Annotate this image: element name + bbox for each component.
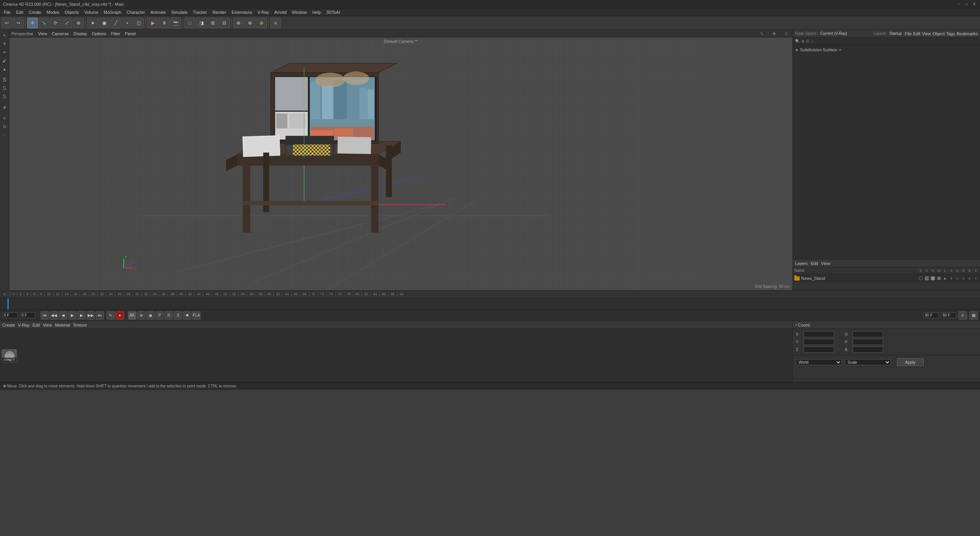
input-y[interactable]	[804, 339, 834, 345]
toolbar-view3[interactable]: ⊞	[207, 18, 218, 28]
toolbar-snap3[interactable]: ⊕	[256, 18, 267, 28]
menu-help[interactable]: Help	[310, 9, 323, 15]
node-editor-menu-tags[interactable]: Tags	[946, 31, 955, 36]
mat-menu-edit[interactable]: Edit	[33, 323, 40, 327]
transport-key-scl[interactable]: S	[174, 311, 182, 320]
layers-menu-view[interactable]: View	[821, 261, 830, 266]
layer-icon-x[interactable]: ✕	[973, 276, 978, 281]
node-editor-search-toggle[interactable]: ⊕	[801, 39, 804, 43]
input-b[interactable]	[853, 346, 883, 353]
apply-button[interactable]: Apply	[897, 358, 924, 366]
node-editor-bookmark-icon[interactable]: ☆	[811, 39, 814, 43]
material-thumb-scrap[interactable]: Scrap_4	[2, 349, 17, 362]
menu-vray[interactable]: V-Ray	[255, 9, 271, 15]
toolbar-redo[interactable]: ↪	[13, 18, 24, 28]
menu-file[interactable]: File	[2, 9, 13, 15]
tool-s3[interactable]: S	[1, 93, 8, 100]
menu-tracker[interactable]: Tracker	[191, 9, 209, 15]
node-editor-view-toggle[interactable]: ☰	[806, 39, 809, 43]
toolbar-render[interactable]: ▶	[147, 18, 158, 28]
toolbar-move[interactable]: ✛	[27, 18, 38, 28]
menu-window[interactable]: Window	[290, 9, 309, 15]
toolbar-transform[interactable]: ⤢	[62, 18, 72, 28]
menu-simulate[interactable]: Simulate	[169, 9, 190, 15]
menu-extensions[interactable]: Extensions	[229, 9, 255, 15]
layer-icon-d[interactable]: D	[961, 276, 966, 281]
transport-goto-end[interactable]: ⏭	[96, 311, 104, 320]
timeline-track[interactable]	[0, 298, 980, 309]
input-z[interactable]	[804, 346, 834, 353]
transport-extra-btn1[interactable]: ≡	[959, 311, 967, 320]
attr-mode-coord[interactable]: Coord.	[798, 323, 811, 327]
layer-icon-m[interactable]	[936, 276, 942, 281]
mat-menu-create[interactable]: Create	[2, 323, 15, 327]
toolbar-extra1[interactable]: ≡	[270, 18, 281, 28]
transport-next-key[interactable]: ▶▶	[87, 311, 95, 320]
viewport-maximize[interactable]: ⤡	[758, 30, 766, 38]
minimize-btn[interactable]: ─	[956, 2, 962, 7]
node-space-value[interactable]: Current (V-Ray)	[820, 31, 847, 36]
toolbar-mode5[interactable]: ⊕	[73, 18, 84, 28]
close-btn[interactable]: ✕	[972, 2, 977, 7]
viewport-menu-panel[interactable]: Panel	[125, 31, 136, 36]
menu-3dtai[interactable]: 3DToAI	[324, 9, 342, 15]
transport-loop[interactable]: ↻	[106, 311, 115, 320]
transport-play[interactable]: ▶	[68, 311, 77, 320]
menu-mograph[interactable]: MoGraph	[101, 9, 124, 15]
current-frame-input2[interactable]	[20, 312, 35, 318]
layer-icon-v[interactable]	[924, 276, 929, 281]
toolbar-edge-mode[interactable]: ╱	[110, 18, 121, 28]
toolbar-snap1[interactable]: ⊕	[233, 18, 244, 28]
transport-key-pla[interactable]: PLA	[192, 311, 201, 320]
node-editor-menu-edit[interactable]: Edit	[913, 31, 920, 36]
world-dropdown[interactable]: World	[796, 359, 842, 365]
layers-menu-layers[interactable]: Layers	[795, 261, 808, 266]
viewport-menu-display[interactable]: Display	[74, 31, 87, 36]
toolbar-view4[interactable]: ⊟	[219, 18, 230, 28]
toolbar-render-view[interactable]: 📷	[170, 18, 181, 28]
menu-character[interactable]: Character	[124, 9, 147, 15]
transport-record[interactable]: ●	[116, 311, 124, 320]
input-x[interactable]	[804, 331, 834, 337]
viewport-menu-options[interactable]: Options	[92, 31, 106, 36]
mat-menu-material[interactable]: Material	[55, 323, 70, 327]
transport-extra-btn2[interactable]: ▦	[969, 311, 978, 320]
transport-key-all[interactable]: ⊕	[137, 311, 145, 320]
mat-menu-view[interactable]: View	[43, 323, 52, 327]
transport-key-sel[interactable]: ◉	[146, 311, 155, 320]
tool-paint[interactable]: 🖌	[1, 57, 8, 64]
transport-key-rot[interactable]: R	[165, 311, 173, 320]
viewport-btn3[interactable]: □	[782, 30, 790, 38]
mat-menu-texture[interactable]: Texture	[73, 323, 87, 327]
input-p[interactable]	[853, 339, 883, 345]
viewport-menu-view[interactable]: View	[38, 31, 47, 36]
layer-icon-s[interactable]	[918, 276, 923, 281]
playhead[interactable]	[8, 298, 8, 309]
current-frame-input[interactable]	[2, 312, 18, 318]
tool-s2[interactable]: S	[1, 84, 8, 92]
toolbar-snap2[interactable]: ⊗	[245, 18, 255, 28]
layer-icon-e[interactable]: E	[967, 276, 972, 281]
viewport-menu-cameras[interactable]: Cameras	[52, 31, 69, 36]
layer-icon-l[interactable]: ▶	[942, 276, 948, 281]
transport-prev-key[interactable]: ◀◀	[50, 311, 58, 320]
transport-prev-frame[interactable]: ◀	[59, 311, 67, 320]
viewport-menu-filter[interactable]: Filter	[111, 31, 120, 36]
mat-menu-vray[interactable]: V-Ray	[18, 323, 29, 327]
end-frame-input[interactable]	[923, 312, 939, 318]
tool-move[interactable]: ✛	[1, 40, 8, 47]
menu-objects[interactable]: Objects	[62, 9, 81, 15]
transport-key-param[interactable]: ✱	[183, 311, 191, 320]
tool-shape[interactable]: ▲	[1, 65, 8, 73]
layer-icon-a[interactable]: ⏸	[949, 276, 954, 281]
menu-edit[interactable]: Edit	[14, 9, 26, 15]
toolbar-point-mode[interactable]: ▣	[99, 18, 109, 28]
toolbar-rotate[interactable]: ⟳	[50, 18, 61, 28]
viewport-btn2[interactable]: ⊕	[770, 30, 778, 38]
tool-pen[interactable]: ✏	[1, 48, 8, 56]
toolbar-scale[interactable]: ⤡	[39, 18, 49, 28]
window-controls[interactable]: ─ □ ✕	[956, 2, 977, 7]
layer-icon-r[interactable]	[930, 276, 936, 281]
transport-goto-start[interactable]: ⏮	[41, 311, 49, 320]
transport-next-frame[interactable]: ▶	[77, 311, 86, 320]
